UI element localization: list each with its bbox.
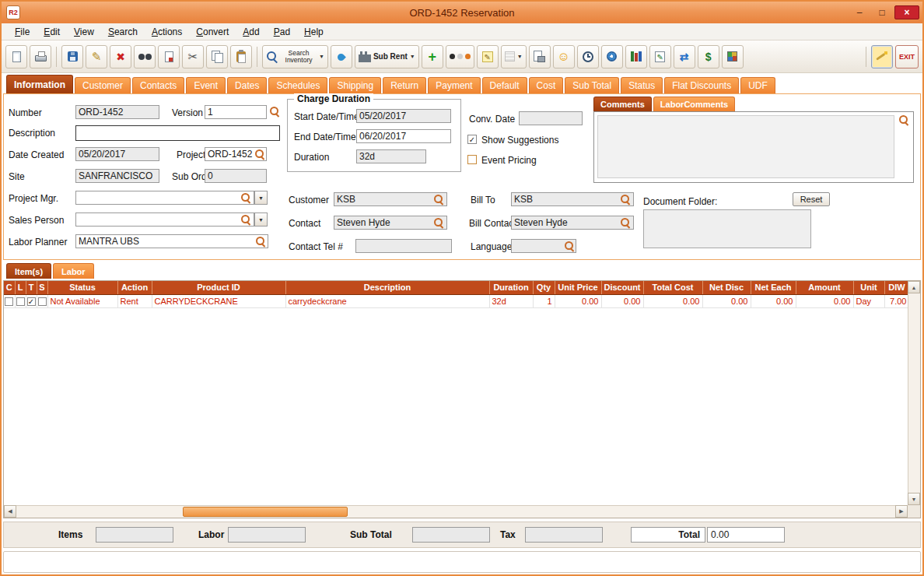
column-header-net-disc[interactable]: Net Disc	[702, 281, 751, 294]
row-checkbox-c[interactable]	[5, 297, 13, 306]
table-row[interactable]: ✓ Not Available Rent CARRYDECKCRANE carr…	[4, 294, 909, 307]
tab-return[interactable]: Return	[383, 77, 426, 93]
tab-shipping[interactable]: Shipping	[329, 77, 381, 93]
satisfaction-button[interactable]: ☺	[553, 45, 575, 68]
tab-comments[interactable]: Comments	[593, 97, 652, 111]
group-items-button[interactable]	[446, 45, 474, 68]
tab-event[interactable]: Event	[186, 77, 226, 93]
scroll-right-button[interactable]: ▶	[895, 505, 908, 518]
column-header-description[interactable]: Description	[285, 281, 489, 294]
project-mgr-dropdown[interactable]: ▼	[254, 191, 268, 205]
notes-button[interactable]: ✎	[477, 45, 499, 68]
description-field[interactable]	[75, 125, 280, 141]
tab-labor[interactable]: Labor	[53, 263, 94, 279]
show-suggestions-checkbox[interactable]: ✓	[467, 135, 477, 144]
new-order-button[interactable]	[5, 45, 27, 68]
bill-to-lookup-icon[interactable]	[620, 194, 632, 205]
media-button[interactable]	[601, 45, 623, 68]
comments-lookup-icon[interactable]	[898, 114, 910, 126]
scrollbar-thumb[interactable]	[183, 507, 348, 517]
project-mgr-lookup-icon[interactable]	[240, 192, 252, 204]
labor-planner-lookup-icon[interactable]	[255, 236, 267, 248]
contact-lookup-icon[interactable]	[433, 217, 445, 229]
menu-item-add[interactable]: Add	[236, 25, 266, 39]
project-mgr-field[interactable]	[75, 191, 254, 205]
scroll-up-button[interactable]: ▲	[908, 281, 920, 293]
fill-button[interactable]	[331, 45, 352, 68]
save-button[interactable]	[61, 45, 83, 68]
delete-button[interactable]: ✖	[110, 45, 131, 68]
catalog-button[interactable]	[625, 45, 647, 68]
sales-person-field[interactable]	[75, 212, 254, 227]
end-date-field[interactable]: 06/20/2017	[356, 129, 451, 143]
bill-contact-lookup-icon[interactable]	[620, 217, 632, 229]
tab-cost[interactable]: Cost	[529, 77, 564, 93]
paste-button[interactable]	[230, 45, 252, 68]
event-pricing-checkbox[interactable]	[467, 155, 477, 164]
column-header-status[interactable]: Status	[47, 281, 117, 294]
column-header-l[interactable]: L	[15, 281, 26, 294]
menu-item-search[interactable]: Search	[101, 25, 145, 39]
tab-udf[interactable]: UDF	[740, 77, 775, 93]
column-header-unit-price[interactable]: Unit Price	[555, 281, 601, 294]
tab-default[interactable]: Default	[482, 77, 527, 93]
column-header-t[interactable]: T	[26, 281, 37, 294]
exit-button[interactable]: EXIT	[895, 45, 919, 68]
horizontal-scrollbar[interactable]: ◀ ▶	[4, 505, 908, 518]
batch-print-button[interactable]: ▼	[501, 45, 527, 68]
transfer-button[interactable]: ⇄	[674, 45, 695, 68]
row-checkbox-s[interactable]	[38, 297, 47, 306]
column-header-duration[interactable]: Duration	[489, 281, 533, 294]
column-header-net-each[interactable]: Net Each	[751, 281, 796, 294]
column-header-qty[interactable]: Qty	[533, 281, 555, 294]
column-header-action[interactable]: Action	[117, 281, 152, 294]
assets-button[interactable]	[722, 45, 744, 68]
tab-labor-comments[interactable]: LaborComments	[653, 97, 735, 111]
tab-schedules[interactable]: Schedules	[268, 77, 327, 93]
column-header-product-id[interactable]: Product ID	[152, 281, 285, 294]
menu-item-edit[interactable]: Edit	[37, 25, 67, 39]
tab-status[interactable]: Status	[621, 77, 663, 93]
menu-item-help[interactable]: Help	[297, 25, 331, 39]
add-item-button[interactable]: +	[422, 45, 443, 68]
comments-textarea[interactable]	[597, 115, 894, 178]
tab-contacts[interactable]: Contacts	[132, 77, 184, 93]
version-field[interactable]: 1	[205, 105, 267, 119]
language-lookup-icon[interactable]	[564, 241, 576, 252]
menu-item-pad[interactable]: Pad	[267, 25, 297, 39]
menu-item-file[interactable]: File	[8, 25, 37, 39]
close-button[interactable]: ×	[894, 5, 919, 19]
maximize-button[interactable]: □	[872, 5, 892, 19]
tab-customer[interactable]: Customer	[75, 77, 131, 93]
scroll-left-button[interactable]: ◀	[4, 505, 16, 518]
version-lookup-icon[interactable]	[269, 106, 281, 118]
tab-flat-discounts[interactable]: Flat Discounts	[664, 77, 739, 93]
menu-item-convert[interactable]: Convert	[189, 25, 236, 39]
print-preview-button[interactable]	[529, 45, 551, 68]
vertical-scrollbar[interactable]: ▲ ▼	[908, 281, 920, 505]
labor-planner-field[interactable]: MANTRA UBS	[75, 234, 268, 248]
currency-button[interactable]: $	[698, 45, 719, 68]
column-header-s[interactable]: S	[37, 281, 47, 294]
tab-items[interactable]: Item(s)	[6, 263, 51, 279]
sub-rent-button[interactable]: Sub Rent ▼	[355, 45, 419, 68]
row-checkbox-l[interactable]	[16, 297, 25, 306]
security-key-button[interactable]	[871, 45, 893, 68]
column-header-amount[interactable]: Amount	[796, 281, 853, 294]
sales-person-lookup-icon[interactable]	[240, 214, 252, 226]
tab-information[interactable]: Information	[6, 75, 73, 93]
edit-document-button[interactable]: ✎	[649, 45, 671, 68]
column-header-c[interactable]: C	[4, 281, 15, 294]
cut-button[interactable]: ✂	[182, 45, 204, 68]
search-inventory-button[interactable]: Search Inventory ▼	[262, 45, 328, 68]
project-lookup-icon[interactable]	[254, 149, 266, 160]
markup-document-button[interactable]	[158, 45, 180, 68]
menu-item-view[interactable]: View	[67, 25, 101, 39]
tab-payment[interactable]: Payment	[428, 77, 480, 93]
print-button[interactable]	[30, 45, 51, 68]
copy-button[interactable]	[206, 45, 228, 68]
minimize-button[interactable]: –	[849, 5, 870, 19]
scroll-down-button[interactable]: ▼	[908, 493, 920, 505]
sales-person-dropdown[interactable]: ▼	[254, 212, 268, 227]
title-bar[interactable]: R2 ORD-1452 Reservation – □ ×	[2, 2, 922, 23]
